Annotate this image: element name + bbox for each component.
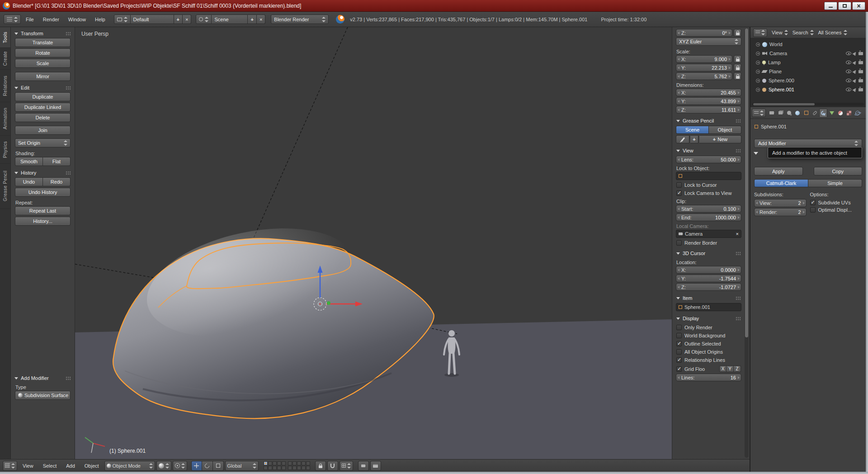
menu-window[interactable]: Window [64, 15, 90, 24]
menu-help[interactable]: Help [91, 15, 109, 24]
toolshelf-tab-physics[interactable]: Physics [0, 136, 10, 164]
renderability-camera-icon[interactable] [859, 70, 863, 73]
panel-header-view[interactable]: View [676, 144, 741, 156]
tab-constraints[interactable] [811, 109, 819, 118]
layer-cell[interactable] [302, 466, 306, 470]
set-origin-dropdown[interactable]: Set Origin [15, 138, 71, 147]
undo-button[interactable]: Undo [15, 177, 43, 186]
snap-element-dropdown[interactable] [340, 461, 353, 471]
scale-y-field[interactable]: Y:22.213 [676, 64, 732, 71]
lock-scale-y-button[interactable] [734, 64, 741, 71]
expand-icon[interactable] [756, 43, 760, 47]
clear-icon[interactable] [736, 231, 739, 237]
layer-cell[interactable] [297, 466, 301, 470]
screen-layout-name[interactable]: Default [131, 14, 174, 24]
grid-lines-field[interactable]: Lines:16 [676, 374, 741, 381]
axis-y-button[interactable]: Y [726, 365, 734, 372]
visibility-eye-icon[interactable] [846, 61, 851, 64]
catmull-clark-toggle[interactable]: Catmull-Clark [754, 179, 808, 187]
scale-x-field[interactable]: X:9.000 [676, 55, 732, 63]
renderability-camera-icon[interactable] [859, 79, 863, 82]
cursor-z-field[interactable]: Z:-1.0727 [676, 283, 741, 291]
layer-cell[interactable] [282, 466, 286, 470]
renderability-camera-icon[interactable] [859, 61, 863, 64]
panel-header-3d-cursor[interactable]: 3D Cursor [676, 247, 741, 258]
panel-header-display[interactable]: Display [676, 312, 741, 323]
item-name-field[interactable]: Sphere.001 [676, 303, 741, 311]
opengl-render-anim-button[interactable] [370, 461, 381, 471]
toolshelf-tab-relations[interactable]: Relations [0, 70, 10, 102]
tab-world[interactable] [793, 109, 802, 118]
npanel-scrollbar[interactable] [745, 28, 749, 458]
grid-floor-checkbox[interactable]: Grid Floo X Y Z [676, 364, 741, 374]
panel-header-history[interactable]: History [11, 167, 75, 177]
simple-toggle[interactable]: Simple [808, 179, 862, 187]
delete-button[interactable]: Delete [15, 113, 71, 122]
subdivide-uvs-checkbox[interactable]: Subdivide UVs [810, 199, 863, 206]
shade-flat-button[interactable]: Flat [43, 157, 71, 166]
scrollbar-thumb[interactable] [745, 28, 748, 337]
repeat-last-button[interactable]: Repeat Last [15, 206, 71, 215]
panel-header-transform[interactable]: Transform [11, 28, 75, 38]
add-modifier-dropdown[interactable]: Add Modifier [754, 139, 862, 148]
menu-file[interactable]: File [22, 15, 38, 24]
outliner-search-dropdown[interactable]: Search [793, 30, 814, 35]
axis-x-button[interactable]: X [719, 365, 726, 372]
renderability-camera-icon[interactable] [859, 88, 863, 91]
pivot-center-dropdown[interactable] [173, 461, 187, 471]
modifier-type-dropdown[interactable]: Subdivision Surface [15, 391, 71, 400]
manipulator-translate-button[interactable] [191, 461, 202, 471]
layer-cell[interactable] [282, 461, 286, 465]
shade-smooth-button[interactable]: Smooth [15, 157, 43, 166]
screen-layout-delete-button[interactable] [183, 14, 191, 24]
orientation-dropdown[interactable]: Global [225, 461, 259, 471]
modifier-apply-button[interactable]: Apply [754, 167, 803, 175]
scene-delete-button[interactable] [257, 14, 265, 24]
layer-cell[interactable] [306, 461, 310, 465]
toolshelf-tab-animation[interactable]: Animation [0, 102, 10, 136]
gp-object-toggle[interactable]: Object [709, 126, 741, 134]
rotate-button[interactable]: Rotate [15, 48, 71, 57]
local-camera-field[interactable]: Camera [676, 230, 741, 238]
lens-field[interactable]: Lens:50.000 [676, 156, 741, 163]
all-object-origins-checkbox[interactable]: All Object Origins [676, 348, 741, 356]
subdivisions-view-field[interactable]: View:2 [754, 199, 807, 207]
scene-browse-button[interactable] [196, 14, 212, 24]
expand-icon[interactable] [756, 88, 760, 92]
clip-end-field[interactable]: End:1000.000 [676, 213, 741, 221]
join-button[interactable]: Join [15, 126, 71, 135]
menu-render[interactable]: Render [39, 15, 63, 24]
layer-cell[interactable] [268, 461, 272, 465]
dimension-z-field[interactable]: Z:11.611 [676, 106, 741, 114]
selectability-cursor-icon[interactable] [852, 87, 857, 92]
undo-history-button[interactable]: Undo History [15, 188, 71, 197]
layer-cell[interactable] [268, 466, 272, 470]
translate-button[interactable]: Translate [15, 38, 71, 47]
outliner-display-dropdown[interactable]: View [772, 30, 788, 35]
panel-header-add-modifier[interactable]: Add Modifier [11, 373, 75, 383]
scene-name[interactable]: Scene [212, 14, 248, 24]
opengl-render-button[interactable] [358, 461, 369, 471]
layer-cell[interactable] [277, 461, 281, 465]
mode-dropdown[interactable]: Object Mode [104, 461, 155, 471]
tab-object-data[interactable] [828, 109, 836, 118]
lock-to-cursor-checkbox[interactable]: Lock to Cursor [676, 181, 741, 189]
outliner-row-world[interactable]: World [750, 40, 866, 49]
render-border-checkbox[interactable]: Render Border [676, 239, 741, 247]
visibility-eye-icon[interactable] [846, 79, 851, 82]
gp-new-button[interactable]: New [699, 135, 741, 143]
duplicate-button[interactable]: Duplicate [15, 92, 71, 101]
cursor-x-field[interactable]: X:0.0000 [676, 266, 741, 274]
subdivisions-render-field[interactable]: Render:2 [754, 208, 807, 216]
scale-button[interactable]: Scale [15, 59, 71, 68]
toolshelf-tab-tools[interactable]: Tools [0, 27, 10, 48]
render-engine-select[interactable]: Blender Render [271, 14, 329, 24]
outliner-row-sphere-000[interactable]: Sphere.000 [750, 76, 866, 85]
viewport-shading-dropdown[interactable] [156, 461, 171, 471]
clip-start-field[interactable]: Start:0.100 [676, 205, 741, 213]
toolshelf-tab-grease-pencil[interactable]: Grease Pencil [0, 164, 10, 209]
outliner-row-camera[interactable]: Camera [750, 49, 866, 58]
lock-camera-to-view-checkbox[interactable]: Lock Camera to View [676, 189, 741, 197]
expand-icon[interactable] [756, 61, 760, 65]
snap-toggle-button[interactable] [327, 461, 338, 471]
